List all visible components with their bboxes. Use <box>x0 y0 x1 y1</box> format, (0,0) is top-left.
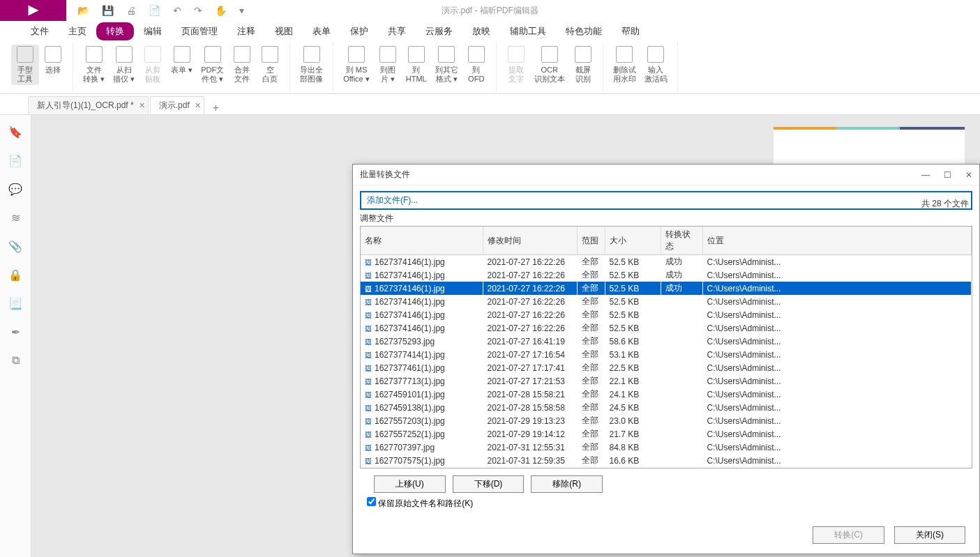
menu-主页[interactable]: 主页 <box>59 22 96 40</box>
copy-icon[interactable]: ⧉ <box>12 354 20 367</box>
ribbon-btn-到其它格式[interactable]: 到其它格式 ▾ <box>431 45 462 85</box>
move-down-button[interactable]: 下移(D) <box>453 475 525 493</box>
ribbon-btn-选择[interactable]: 选择 <box>39 45 67 76</box>
cell-loc: C:\Users\Administ... <box>702 374 972 388</box>
ribbon-btn-到图片[interactable]: 到图片 ▾ <box>374 45 402 85</box>
move-up-button[interactable]: 上移(U) <box>374 475 446 493</box>
ribbon-icon <box>348 46 365 63</box>
file-row[interactable]: 1627374146(1).jpg2021-07-27 16:22:26全部52… <box>361 308 972 321</box>
document-tab[interactable]: 新人引导(1)(1)_OCR.pdf *✕ <box>28 96 149 114</box>
minimize-button[interactable]: — <box>921 170 930 180</box>
menu-共享[interactable]: 共享 <box>378 22 416 40</box>
ribbon-btn-截屏识别[interactable]: 截屏识别 <box>569 45 597 85</box>
attachment-icon[interactable]: 📎 <box>8 240 22 253</box>
menu-放映[interactable]: 放映 <box>462 22 500 40</box>
file-row[interactable]: 1627374146(1).jpg2021-07-27 16:22:26全部52… <box>361 282 972 295</box>
file-row[interactable]: 1627557252(1).jpg2021-07-29 19:14:12全部21… <box>361 427 972 441</box>
print-icon[interactable]: 🖨 <box>126 5 136 16</box>
close-tab-icon[interactable]: ✕ <box>195 101 201 110</box>
column-header[interactable]: 修改时间 <box>483 227 577 255</box>
file-row[interactable]: 1627374146(1).jpg2021-07-27 16:22:26全部52… <box>361 268 972 282</box>
pages-icon[interactable]: 📄 <box>8 154 22 167</box>
menu-注释[interactable]: 注释 <box>227 22 265 40</box>
hand-icon[interactable]: ✋ <box>215 5 227 16</box>
ribbon-btn-删除试用水印[interactable]: 删除试用水印 <box>609 45 640 85</box>
signature-icon[interactable]: ✒ <box>11 326 20 339</box>
file-icon[interactable]: 📄 <box>149 5 160 16</box>
redo-icon[interactable]: ↷ <box>194 5 202 16</box>
file-row[interactable]: 1627377461(1).jpg2021-07-27 17:17:41全部22… <box>361 361 972 374</box>
column-header[interactable]: 范围 <box>577 227 605 255</box>
file-row[interactable]: 1627375293.jpg2021-07-27 16:41:19全部58.6 … <box>361 335 972 348</box>
cell-time: 2021-07-27 16:22:26 <box>483 321 577 335</box>
file-row[interactable]: 1627377713(1).jpg2021-07-27 17:21:53全部22… <box>361 374 972 388</box>
undo-icon[interactable]: ↶ <box>173 5 181 16</box>
dropdown-icon[interactable]: ▾ <box>239 5 244 16</box>
column-header[interactable]: 转换状态 <box>661 227 702 255</box>
ribbon-btn-手型工具[interactable]: 手型工具 <box>11 45 39 85</box>
file-row[interactable]: 1627903051(1).jpg2021-08-02 19:17:31全部22… <box>361 467 972 468</box>
file-row[interactable]: 1627707397.jpg2021-07-31 12:55:31全部84.8 … <box>361 441 972 454</box>
cell-status <box>661 401 702 414</box>
comment-icon[interactable]: 💬 <box>8 183 22 196</box>
ribbon-label: 文件转换 ▾ <box>83 66 105 84</box>
ribbon-btn-到MSOffice[interactable]: 到 MSOffice ▾ <box>339 45 374 85</box>
document-tab[interactable]: 演示.pdf✕ <box>150 96 204 114</box>
save-icon[interactable]: 💾 <box>102 5 114 16</box>
layers-icon[interactable]: ≋ <box>11 211 20 224</box>
menu-文件[interactable]: 文件 <box>21 22 59 40</box>
keep-filename-checkbox-input[interactable] <box>367 497 376 506</box>
ribbon-btn-导出全部图像[interactable]: 导出全部图像 <box>296 45 327 85</box>
dialog-titlebar[interactable]: 批量转换文件 — ☐ ✕ <box>353 165 979 185</box>
ribbon-btn-文件转换[interactable]: 文件转换 ▾ <box>79 45 109 85</box>
file-row[interactable]: 1627377414(1).jpg2021-07-27 17:16:54全部53… <box>361 348 972 361</box>
menu-帮助[interactable]: 帮助 <box>612 22 649 40</box>
menu-特色功能[interactable]: 特色功能 <box>556 22 612 40</box>
menu-辅助工具[interactable]: 辅助工具 <box>500 22 556 40</box>
close-tab-icon[interactable]: ✕ <box>139 101 145 110</box>
column-header[interactable]: 位置 <box>702 227 972 255</box>
file-list[interactable]: 名称修改时间范围大小转换状态位置 1627374146(1).jpg2021-0… <box>360 226 972 468</box>
menu-云服务[interactable]: 云服务 <box>416 22 462 40</box>
cell-name: 1627557203(1).jpg <box>361 414 483 427</box>
ribbon-btn-OCR识别文本[interactable]: OCR识别文本 <box>530 45 569 85</box>
menu-转换[interactable]: 转换 <box>96 22 134 40</box>
ribbon-btn-从扫描仪[interactable]: 从扫描仪 ▾ <box>109 45 139 85</box>
menu-视图[interactable]: 视图 <box>265 22 303 40</box>
file-row[interactable]: 1627374146(1).jpg2021-07-27 16:22:26全部52… <box>361 321 972 335</box>
file-row[interactable]: 1627374146(1).jpg2021-07-27 16:22:26全部52… <box>361 295 972 308</box>
bookmark-icon[interactable]: 🔖 <box>8 125 22 139</box>
remove-button[interactable]: 移除(R) <box>531 475 603 493</box>
menu-保护[interactable]: 保护 <box>340 22 378 40</box>
ribbon-btn-合并文件[interactable]: 合并文件 <box>228 45 256 85</box>
file-row[interactable]: 1627459138(1).jpg2021-07-28 15:58:58全部24… <box>361 401 972 414</box>
ribbon-btn-到HTML[interactable]: 到HTML <box>402 45 431 85</box>
column-header[interactable]: 名称 <box>361 227 483 255</box>
file-row[interactable]: 1627374146(1).jpg2021-07-27 16:22:26全部52… <box>361 255 972 269</box>
ribbon-btn-空白页[interactable]: 空白页 <box>256 45 284 85</box>
quick-access-toolbar: 📂💾🖨📄↶↷✋▾ <box>66 5 255 16</box>
close-dialog-button[interactable]: 关闭(S) <box>894 526 965 544</box>
ribbon-btn-到OFD[interactable]: 到OFD <box>462 45 490 85</box>
file-icon[interactable]: 📃 <box>8 297 22 310</box>
lock-icon[interactable]: 🔒 <box>8 268 22 282</box>
cell-range: 全部 <box>577 361 605 374</box>
keep-filename-checkbox[interactable]: 保留原始文件名和路径(K) <box>367 498 473 508</box>
ribbon-btn-PDF文件包[interactable]: PDF文件包 ▾ <box>197 45 228 85</box>
convert-button[interactable]: 转换(C) <box>813 526 884 544</box>
maximize-button[interactable]: ☐ <box>944 170 951 180</box>
add-file-button[interactable]: 添加文件(F)... <box>360 191 972 210</box>
folder-open-icon[interactable]: 📂 <box>77 5 89 16</box>
menu-页面管理[interactable]: 页面管理 <box>172 22 227 40</box>
ribbon-btn-输入激活码[interactable]: 输入激活码 <box>640 45 672 85</box>
add-tab-button[interactable]: + <box>206 102 226 114</box>
close-button[interactable]: ✕ <box>965 170 972 180</box>
menu-表单[interactable]: 表单 <box>303 22 340 40</box>
file-row[interactable]: 1627707575(1).jpg2021-07-31 12:59:35全部16… <box>361 454 972 467</box>
file-row[interactable]: 1627557203(1).jpg2021-07-29 19:13:23全部23… <box>361 414 972 427</box>
ribbon-btn-表单[interactable]: 表单 ▾ <box>167 45 197 76</box>
column-header[interactable]: 大小 <box>605 227 661 255</box>
file-row[interactable]: 1627459101(1).jpg2021-07-28 15:58:21全部24… <box>361 388 972 401</box>
cell-range: 全部 <box>577 467 605 468</box>
menu-编辑[interactable]: 编辑 <box>134 22 172 40</box>
